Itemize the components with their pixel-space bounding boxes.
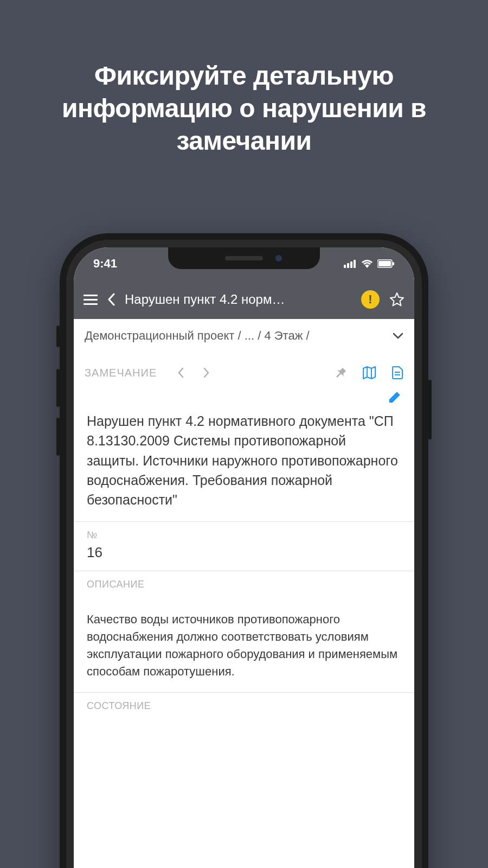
- tab-label: ЗАМЕЧАНИЕ: [85, 367, 157, 379]
- menu-icon[interactable]: [84, 295, 98, 305]
- number-label: №: [87, 529, 401, 541]
- pin-icon[interactable]: [335, 367, 347, 379]
- breadcrumb[interactable]: Демонстрационный проект / ... / 4 Этаж /: [74, 319, 414, 353]
- svg-rect-5: [378, 261, 391, 266]
- svg-rect-3: [354, 260, 356, 268]
- description-field: ОПИСАНИЕ: [87, 571, 401, 603]
- chevron-down-icon[interactable]: [393, 333, 403, 339]
- next-icon[interactable]: [203, 367, 210, 378]
- state-field: СОСТОЯНИЕ: [87, 693, 401, 725]
- document-icon[interactable]: [391, 366, 403, 380]
- svg-rect-0: [344, 265, 346, 268]
- nav-bar: Нарушен пункт 4.2 норм… !: [74, 280, 414, 319]
- description-text: Качество воды источников противопожарног…: [87, 603, 401, 692]
- tab-bar: ЗАМЕЧАНИЕ: [74, 353, 414, 386]
- phone-mockup: 9:41 Нарушен пункт 4.2 норм… ! Демонст: [60, 233, 428, 868]
- promo-headline: Фиксируйте детальную информацию о наруше…: [0, 0, 488, 157]
- phone-notch: [168, 247, 320, 269]
- svg-rect-6: [393, 262, 394, 265]
- svg-rect-1: [347, 263, 349, 268]
- battery-icon: [377, 259, 395, 268]
- breadcrumb-text: Демонстрационный проект / ... / 4 Этаж /: [85, 329, 310, 343]
- star-icon[interactable]: [389, 292, 404, 307]
- detail-content: Нарушен пункт 4.2 нормативного документа…: [74, 411, 414, 725]
- number-field: № 16: [87, 522, 401, 571]
- detail-title: Нарушен пункт 4.2 нормативного документа…: [87, 411, 401, 521]
- nav-title: Нарушен пункт 4.2 норм…: [125, 292, 351, 307]
- description-label: ОПИСАНИЕ: [87, 579, 401, 590]
- warning-badge-icon[interactable]: !: [361, 290, 380, 309]
- status-icons: [344, 259, 395, 268]
- prev-icon[interactable]: [177, 367, 184, 378]
- wifi-icon: [361, 259, 373, 268]
- number-value: 16: [87, 544, 401, 561]
- status-time: 9:41: [93, 257, 117, 271]
- svg-rect-2: [350, 261, 352, 268]
- state-label: СОСТОЯНИЕ: [87, 700, 401, 712]
- signal-icon: [344, 259, 357, 268]
- edit-icon[interactable]: [388, 391, 401, 404]
- map-icon[interactable]: [362, 366, 376, 380]
- back-icon[interactable]: [107, 293, 115, 306]
